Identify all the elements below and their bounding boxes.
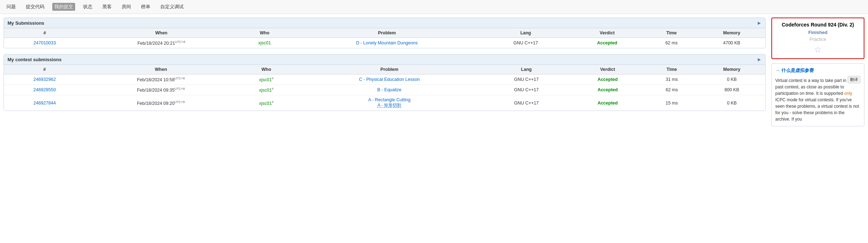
c-submission-lang-1: GNU C++17 xyxy=(483,85,570,95)
c-submission-when-0: Feb/18/2024 10:58UTC+8 xyxy=(85,74,237,85)
col-verdict-c: Verdict xyxy=(570,65,645,74)
c-submission-who-link-2[interactable]: xjsc01 xyxy=(259,101,272,106)
submission-who: xjsc01 xyxy=(237,38,292,48)
col-memory: Memory xyxy=(698,28,765,38)
contest-submissions-section: My contest submissions ► # When Who Prob… xyxy=(4,54,766,111)
col-hash-c: # xyxy=(4,65,85,74)
c-submission-id-link-0[interactable]: 246932962 xyxy=(33,77,56,82)
c-submission-verdict-2: Accepted xyxy=(570,95,645,111)
virtual-title[interactable]: → 什么是虚拟参赛 xyxy=(775,67,814,74)
submission-verdict: Accepted xyxy=(569,38,645,48)
my-submissions-title: My Submissions xyxy=(8,20,44,26)
main-layout: My Submissions ► # When Who Problem Lang… xyxy=(0,14,868,130)
c-submission-time-2: 15 ms xyxy=(645,95,698,111)
col-problem: Problem xyxy=(292,28,482,38)
col-problem-c: Problem xyxy=(296,65,483,74)
c-submission-problem-2: A - Rectangle Cutting A - 矩形切割 xyxy=(296,95,483,111)
submission-lang: GNU C++17 xyxy=(482,38,569,48)
nav-leaderboard[interactable]: 榜单 xyxy=(139,3,152,11)
col-time: Time xyxy=(645,28,698,38)
c-submission-who-0: xjsc01# xyxy=(237,74,296,85)
nav-custom-test[interactable]: 自定义调试 xyxy=(158,3,186,11)
contest-status: Finished xyxy=(776,30,860,35)
col-when-c: When xyxy=(85,65,237,74)
c-who-sup-2: # xyxy=(272,100,273,104)
c-submission-id-0: 246932962 xyxy=(4,74,85,85)
c-submission-problem-1: B - Equalize xyxy=(296,85,483,95)
c-problem-link-2-top[interactable]: A - Rectangle Cutting xyxy=(368,97,411,102)
nav-submit-code[interactable]: 提交代码 xyxy=(24,3,47,11)
right-panel: Codeforces Round 924 (Div. 2) Finished P… xyxy=(771,18,864,126)
my-submissions-header: My Submissions ► xyxy=(4,18,765,28)
c-submission-when-1: Feb/18/2024 09:35UTC+8 xyxy=(85,85,237,95)
my-submissions-arrow[interactable]: ► xyxy=(757,20,762,26)
c-submission-verdict-1: Accepted xyxy=(570,85,645,95)
c-submission-id-link-2[interactable]: 246927844 xyxy=(33,101,56,106)
c-submission-who-link-1[interactable]: xjsc01 xyxy=(259,88,272,93)
c-submission-id-link-1[interactable]: 246928550 xyxy=(33,87,56,92)
top-nav: 问题 提交代码 我的提交 状态 黑客 房间 榜单 自定义调试 xyxy=(0,0,868,14)
c-submission-lang-2: GNU C++17 xyxy=(483,95,570,111)
table-row: 247010033 Feb/18/2024 20:21UTC+8 xjsc01 … xyxy=(4,38,765,48)
my-submissions-header-row: # When Who Problem Lang Verdict Time Mem… xyxy=(4,28,765,38)
highlight-text: only xyxy=(844,91,852,96)
my-submissions-table: # When Who Problem Lang Verdict Time Mem… xyxy=(4,28,765,48)
contest-practice[interactable]: Practice xyxy=(776,37,860,42)
submission-memory: 4700 KB xyxy=(698,38,765,48)
my-submissions-section: My Submissions ► # When Who Problem Lang… xyxy=(4,18,766,48)
c-submission-memory-1: 800 KB xyxy=(698,85,765,95)
c-who-sup-0: # xyxy=(272,77,273,80)
c-submission-who-1: xjsc01# xyxy=(237,85,296,95)
table-row: 246927844 Feb/18/2024 09:20UTC+8 xjsc01#… xyxy=(4,95,765,111)
contest-submissions-header: My contest submissions ► xyxy=(4,54,765,65)
virtual-contest-box: → 什么是虚拟参赛 翻译 Virtual contest is a way to… xyxy=(771,63,864,126)
col-memory-c: Memory xyxy=(698,65,765,74)
submission-when: Feb/18/2024 20:21UTC+8 xyxy=(86,38,237,48)
c-problem-link-0[interactable]: C - Physical Education Lesson xyxy=(359,77,420,82)
c-submission-id-1: 246928550 xyxy=(4,85,85,95)
col-lang-c: Lang xyxy=(483,65,570,74)
left-panel: My Submissions ► # When Who Problem Lang… xyxy=(4,18,766,117)
col-lang: Lang xyxy=(482,28,569,38)
c-submission-memory-0: 0 KB xyxy=(698,74,765,85)
nav-my-submissions[interactable]: 我的提交 xyxy=(52,3,75,11)
contest-star[interactable]: ☆ xyxy=(776,45,860,55)
contest-submissions-arrow[interactable]: ► xyxy=(757,57,762,62)
submission-id: 247010033 xyxy=(4,38,86,48)
submission-problem-link[interactable]: D - Lonely Mountain Dungeons xyxy=(356,40,418,45)
translate-button[interactable]: 翻译 xyxy=(848,76,860,83)
col-when: When xyxy=(86,28,237,38)
col-who: Who xyxy=(237,28,292,38)
submission-time: 62 ms xyxy=(645,38,698,48)
submission-problem: D - Lonely Mountain Dungeons xyxy=(292,38,482,48)
table-row: 246928550 Feb/18/2024 09:35UTC+8 xjsc01#… xyxy=(4,85,765,95)
col-hash: # xyxy=(4,28,86,38)
c-submission-problem-0: C - Physical Education Lesson xyxy=(296,74,483,85)
c-submission-who-2: xjsc01# xyxy=(237,95,296,111)
c-submission-when-2: Feb/18/2024 09:20UTC+8 xyxy=(85,95,237,111)
c-submission-id-2: 246927844 xyxy=(4,95,85,111)
table-row: 246932962 Feb/18/2024 10:58UTC+8 xjsc01#… xyxy=(4,74,765,85)
nav-room[interactable]: 房间 xyxy=(120,3,133,11)
c-submission-time-0: 31 ms xyxy=(645,74,698,85)
contest-info-box: Codeforces Round 924 (Div. 2) Finished P… xyxy=(771,18,864,59)
contest-header-row: # When Who Problem Lang Verdict Time Mem… xyxy=(4,65,765,74)
c-submission-time-1: 62 ms xyxy=(645,85,698,95)
c-problem-link-1[interactable]: B - Equalize xyxy=(377,87,401,92)
submission-who-link[interactable]: xjsc01 xyxy=(258,40,271,45)
c-who-sup-1: # xyxy=(272,87,273,91)
contest-submissions-table: # When Who Problem Lang Verdict Time Mem… xyxy=(4,65,765,111)
contest-submissions-title: My contest submissions xyxy=(8,57,62,62)
submission-id-link[interactable]: 247010033 xyxy=(34,40,56,45)
virtual-text: Virtual contest is a way to take part in… xyxy=(775,77,860,122)
nav-hacker[interactable]: 黑客 xyxy=(100,3,114,11)
c-submission-lang-0: GNU C++17 xyxy=(483,74,570,85)
c-submission-memory-2: 0 KB xyxy=(698,95,765,111)
col-time-c: Time xyxy=(645,65,698,74)
nav-status[interactable]: 状态 xyxy=(81,3,94,11)
col-who-c: Who xyxy=(237,65,296,74)
c-submission-who-link-0[interactable]: xjsc01 xyxy=(259,77,272,82)
nav-problem[interactable]: 问题 xyxy=(4,3,18,11)
c-problem-link-2-bottom[interactable]: A - 矩形切割 xyxy=(378,103,401,108)
contest-title[interactable]: Codeforces Round 924 (Div. 2) xyxy=(776,22,860,28)
